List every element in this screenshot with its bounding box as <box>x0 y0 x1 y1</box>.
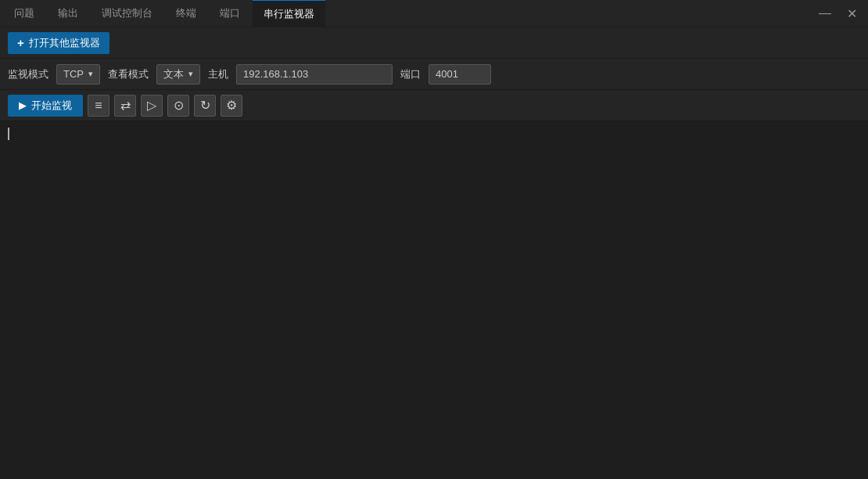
monitor-mode-select[interactable]: TCP ▾ <box>56 64 100 85</box>
port-label: 端口 <box>400 67 421 81</box>
refresh-icon-button[interactable]: ↻ <box>194 95 216 117</box>
filter-icon-button[interactable]: ≡ <box>88 95 109 117</box>
window-controls: — ✕ <box>814 5 865 23</box>
text-chevron-icon: ▾ <box>188 69 193 79</box>
toolbar-settings: 监视模式 TCP ▾ 查看模式 文本 ▾ 主机 端口 <box>0 59 868 90</box>
tab-terminal[interactable]: 终端 <box>165 0 207 27</box>
text-cursor <box>8 128 9 140</box>
main-content-area <box>0 121 868 479</box>
bidirectional-icon-button[interactable]: ⇄ <box>114 95 136 117</box>
bidirectional-icon: ⇄ <box>120 98 131 113</box>
tab-serial-monitor[interactable]: 串行监视器 <box>253 0 325 27</box>
open-button-label: 打开其他监视器 <box>29 36 100 50</box>
host-label: 主机 <box>208 67 228 81</box>
minimize-button[interactable]: — <box>814 5 836 22</box>
host-input[interactable] <box>236 64 393 85</box>
tab-problems[interactable]: 问题 <box>3 0 45 27</box>
target-icon: ⊙ <box>174 98 184 113</box>
monitor-mode-label: 监视模式 <box>8 67 48 81</box>
text-label: 文本 <box>163 67 184 81</box>
tcp-text: TCP <box>63 68 84 80</box>
target-icon-button[interactable]: ⊙ <box>167 95 189 117</box>
view-mode-select[interactable]: 文本 ▾ <box>156 64 200 85</box>
open-other-monitor-button[interactable]: + 打开其他监视器 <box>8 32 109 54</box>
run-icon: ▷ <box>147 98 156 113</box>
port-input[interactable] <box>429 64 491 85</box>
toolbar-controls: ▶ 开始监视 ≡ ⇄ ▷ ⊙ ↻ ⚙ <box>0 90 868 121</box>
tab-output[interactable]: 输出 <box>47 0 89 27</box>
settings-icon-button[interactable]: ⚙ <box>221 95 242 117</box>
tcp-chevron-icon: ▾ <box>88 69 93 79</box>
view-mode-label: 查看模式 <box>108 67 149 81</box>
start-monitor-button[interactable]: ▶ 开始监视 <box>8 95 83 117</box>
tab-debug-console[interactable]: 调试控制台 <box>91 0 163 27</box>
play-icon: ▶ <box>19 99 27 111</box>
start-button-label: 开始监视 <box>31 99 72 113</box>
settings-icon: ⚙ <box>226 98 237 113</box>
editor-cursor-line <box>8 128 860 140</box>
refresh-icon: ↻ <box>200 98 210 113</box>
run-icon-button[interactable]: ▷ <box>141 95 163 117</box>
plus-icon: + <box>17 36 24 49</box>
close-button[interactable]: ✕ <box>842 5 862 23</box>
toolbar-open-monitor: + 打开其他监视器 <box>0 27 868 59</box>
filter-icon: ≡ <box>95 99 102 113</box>
tab-bar: 问题 输出 调试控制台 终端 端口 串行监视器 — ✕ <box>0 0 868 27</box>
tab-port[interactable]: 端口 <box>209 0 251 27</box>
